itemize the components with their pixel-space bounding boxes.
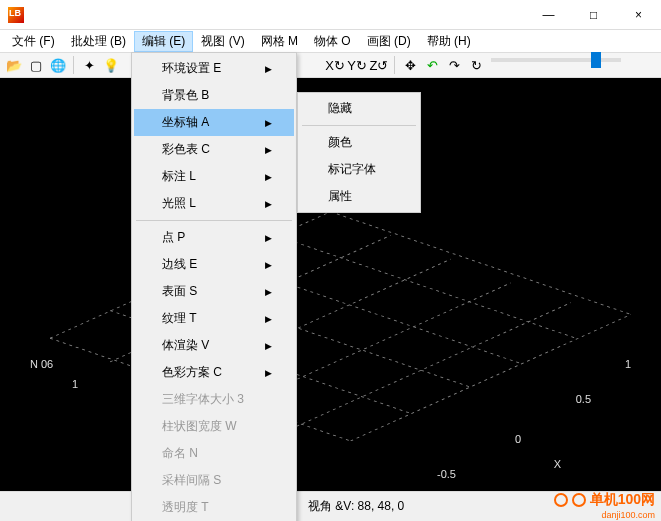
separator [73, 56, 74, 74]
menu-bgcolor[interactable]: 背景色 B [134, 82, 294, 109]
rotate-y-icon[interactable]: Y↻ [347, 55, 367, 75]
label: 柱状图宽度 W [162, 418, 237, 435]
label: 标注 L [162, 168, 196, 185]
menu-file[interactable]: 文件 (F) [4, 31, 63, 52]
watermark-text: 单机100网 [590, 491, 655, 509]
rotate-x-icon[interactable]: X↻ [325, 55, 345, 75]
menu-light[interactable]: 光照 L▶ [134, 190, 294, 217]
label: 光照 L [162, 195, 196, 212]
rotate-z-icon[interactable]: Z↺ [369, 55, 389, 75]
x-tick-0.5: 0.5 [576, 393, 591, 405]
menu-texture[interactable]: 纹理 T▶ [134, 305, 294, 332]
globe-icon[interactable]: 🌐 [48, 55, 68, 75]
menu-volume[interactable]: 体渲染 V▶ [134, 332, 294, 359]
axis-submenu: 隐藏 颜色 标记字体 属性 [297, 92, 421, 213]
x-tick--0.5: -0.5 [437, 468, 456, 480]
minimize-button[interactable]: — [526, 0, 571, 29]
submenu-attributes[interactable]: 属性 [300, 183, 418, 210]
watermark-icon [554, 493, 568, 507]
slider-track[interactable] [491, 58, 621, 62]
menu-annotation[interactable]: 标注 L▶ [134, 163, 294, 190]
watermark: 单机100网 [554, 491, 655, 509]
z-axis-label: N 06 [30, 358, 53, 370]
menu-object[interactable]: 物体 O [306, 31, 359, 52]
redo-icon[interactable]: ↷ [444, 55, 464, 75]
undo-icon[interactable]: ↶ [422, 55, 442, 75]
bulb-icon[interactable]: 💡 [101, 55, 121, 75]
menu-rename[interactable]: 命名 N [134, 440, 294, 467]
label: 透明度 T [162, 499, 209, 516]
label: 彩色表 C [162, 141, 210, 158]
x-axis-label: X [554, 458, 561, 470]
status-bar: 视角 &V: 88, 48, 0 单机100网 danji100.com [0, 491, 661, 521]
menu-mesh[interactable]: 网格 M [253, 31, 306, 52]
menu-bar: 文件 (F) 批处理 (B) 编辑 (E) 视图 (V) 网格 M 物体 O 画… [0, 30, 661, 52]
svg-line-11 [275, 235, 576, 338]
menu-sampling[interactable]: 采样间隔 S [134, 467, 294, 494]
maximize-button[interactable]: □ [571, 0, 616, 29]
label: 背景色 B [162, 87, 209, 104]
chevron-right-icon: ▶ [265, 287, 272, 297]
submenu-hide[interactable]: 隐藏 [300, 95, 418, 122]
menu-edge[interactable]: 边线 E▶ [134, 251, 294, 278]
separator [302, 125, 416, 126]
toolbar: 📂 ▢ 🌐 ✦ 💡 X↻ Y↻ Z↺ ✥ ↶ ↷ ↻ [0, 52, 661, 78]
chevron-right-icon: ▶ [265, 145, 272, 155]
watermark-url: danji100.com [601, 510, 655, 520]
menu-edit[interactable]: 编辑 (E) [134, 31, 193, 52]
title-bar: LB — □ × [0, 0, 661, 30]
y-tick-1: 1 [72, 378, 78, 390]
menu-point[interactable]: 点 P▶ [134, 224, 294, 251]
menu-colormap[interactable]: 彩色表 C▶ [134, 136, 294, 163]
separator [394, 56, 395, 74]
chevron-right-icon: ▶ [265, 64, 272, 74]
menu-view[interactable]: 视图 (V) [193, 31, 252, 52]
label: 属性 [328, 188, 352, 205]
menu-transparency[interactable]: 透明度 T [134, 494, 294, 521]
svg-line-7 [290, 303, 570, 430]
menu-help[interactable]: 帮助 (H) [419, 31, 479, 52]
x-tick-0: 0 [515, 433, 521, 445]
watermark-icon [572, 493, 586, 507]
menu-surface[interactable]: 表面 S▶ [134, 278, 294, 305]
refresh-icon[interactable]: ↻ [466, 55, 486, 75]
chevron-right-icon: ▶ [265, 233, 272, 243]
menu-3dfontsize[interactable]: 三维字体大小 3 [134, 386, 294, 413]
open-icon[interactable]: 📂 [4, 55, 24, 75]
move-icon[interactable]: ✥ [400, 55, 420, 75]
submenu-labelfont[interactable]: 标记字体 [300, 156, 418, 183]
x-tick-1: 1 [625, 358, 631, 370]
new-icon[interactable]: ▢ [26, 55, 46, 75]
label: 标记字体 [328, 161, 376, 178]
label: 坐标轴 A [162, 114, 209, 131]
menu-batch[interactable]: 批处理 (B) [63, 31, 134, 52]
chevron-right-icon: ▶ [265, 118, 272, 128]
spark-icon[interactable]: ✦ [79, 55, 99, 75]
label: 纹理 T [162, 310, 197, 327]
menu-barwidth[interactable]: 柱状图宽度 W [134, 413, 294, 440]
label: 采样间隔 S [162, 472, 221, 489]
view-angle-status: 视角 &V: 88, 48, 0 [308, 498, 404, 515]
label: 颜色 [328, 134, 352, 151]
window-buttons: — □ × [526, 0, 661, 29]
label: 命名 N [162, 445, 198, 462]
menu-axis[interactable]: 坐标轴 A▶ [134, 109, 294, 136]
app-icon: LB [8, 7, 24, 23]
slider-thumb[interactable] [591, 52, 601, 68]
submenu-color[interactable]: 颜色 [300, 129, 418, 156]
label: 隐藏 [328, 100, 352, 117]
chevron-right-icon: ▶ [265, 260, 272, 270]
chevron-right-icon: ▶ [265, 199, 272, 209]
menu-env-settings[interactable]: 环境设置 E▶ [134, 55, 294, 82]
chevron-right-icon: ▶ [265, 368, 272, 378]
label: 体渲染 V [162, 337, 209, 354]
label: 三维字体大小 3 [162, 391, 244, 408]
menu-plot[interactable]: 画图 (D) [359, 31, 419, 52]
close-button[interactable]: × [616, 0, 661, 29]
label: 边线 E [162, 256, 197, 273]
svg-line-3 [330, 212, 631, 315]
menu-colorscheme[interactable]: 色彩方案 C▶ [134, 359, 294, 386]
chevron-right-icon: ▶ [265, 341, 272, 351]
label: 环境设置 E [162, 60, 221, 77]
label: 点 P [162, 229, 185, 246]
